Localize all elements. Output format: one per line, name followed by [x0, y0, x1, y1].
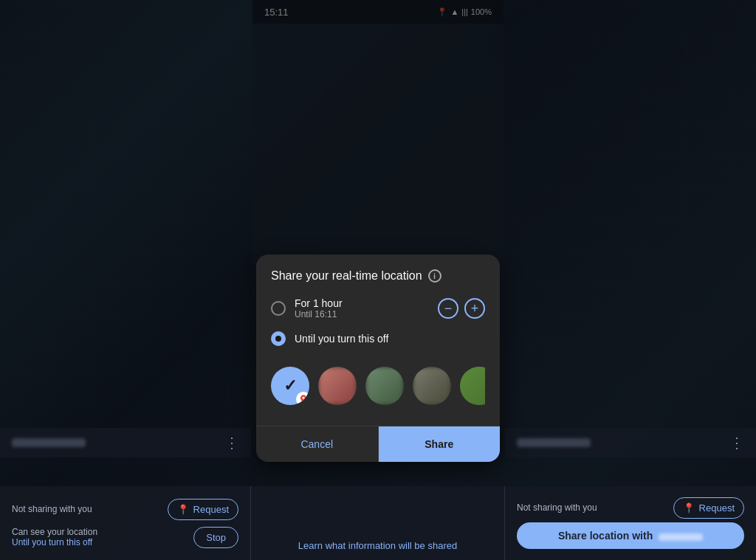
avatar-selected[interactable]: [271, 367, 309, 405]
avatar-contact-3[interactable]: [413, 367, 451, 405]
bottom-center-panel: Learn what information will be shared: [251, 486, 505, 560]
share-button[interactable]: Share: [379, 426, 501, 462]
decrement-button[interactable]: −: [438, 298, 458, 319]
option-1-label: For 1 hour Until 16:11: [295, 297, 429, 319]
can-see-section: Can see your location Until you turn thi…: [12, 527, 97, 547]
until-text: Until you turn this off: [12, 537, 97, 547]
option-1-hour[interactable]: For 1 hour Until 16:11 − +: [271, 297, 485, 319]
share-location-button[interactable]: Share location with: [517, 522, 744, 549]
increment-button[interactable]: +: [464, 298, 485, 319]
not-sharing-left: Not sharing with you: [12, 504, 92, 514]
contact-avatars: [271, 358, 485, 405]
person-row-2: Can see your location Until you turn thi…: [12, 527, 238, 548]
request-button-left[interactable]: 📍 Request: [168, 499, 238, 520]
request-button-right[interactable]: 📍 Request: [673, 497, 744, 519]
request-label-right: Request: [699, 502, 735, 514]
option-2-label: Until you turn this off: [295, 333, 485, 345]
person-row-right-1: Not sharing with you 📍 Request: [517, 497, 744, 519]
option-1-main: For 1 hour: [295, 297, 429, 309]
share-location-text: Share location with: [558, 530, 653, 542]
radio-indefinite[interactable]: [271, 331, 286, 346]
three-dots-left[interactable]: ⋮: [224, 434, 239, 452]
cancel-button[interactable]: Cancel: [256, 426, 379, 462]
share-location-dialog: Share your real-time location i For 1 ho…: [256, 255, 500, 462]
share-location-name-blur: [659, 533, 703, 541]
person-row-1: Not sharing with you 📍 Request: [12, 499, 238, 520]
location-pin-icon-right: 📍: [683, 502, 695, 514]
request-label-left: Request: [193, 504, 229, 515]
not-sharing-right: Not sharing with you: [517, 502, 597, 513]
bottom-left-panel: Not sharing with you 📍 Request Can see y…: [0, 486, 251, 560]
avatar-contact-4[interactable]: [460, 367, 485, 405]
person-row-right-2: Share location with: [517, 522, 744, 549]
three-dots-right[interactable]: ⋮: [729, 434, 744, 452]
option-1-sub: Until 16:11: [295, 309, 429, 319]
person-name-blur-right: [517, 438, 591, 447]
option-indefinite[interactable]: Until you turn this off: [271, 331, 485, 346]
location-pin-icon-left: 📍: [177, 504, 189, 515]
side-panel-left: ⋮: [0, 428, 251, 457]
stepper-controls: − +: [438, 298, 485, 319]
info-icon[interactable]: i: [428, 269, 441, 283]
dialog-title-row: Share your real-time location i: [271, 269, 485, 283]
side-panel-right: ⋮: [505, 428, 756, 457]
can-see-text: Can see your location: [12, 527, 97, 537]
avatar-contact-1[interactable]: [318, 367, 357, 405]
svg-point-0: [303, 397, 305, 399]
learn-link[interactable]: Learn what information will be shared: [298, 540, 457, 551]
person-name-blur-left: [12, 438, 86, 447]
bottom-right-panel: Not sharing with you 📍 Request Share loc…: [505, 486, 756, 560]
dialog-title-text: Share your real-time location: [271, 269, 422, 283]
stop-button[interactable]: Stop: [193, 527, 238, 548]
google-maps-badge: [296, 392, 309, 405]
avatar-contact-2[interactable]: [365, 367, 404, 405]
bottom-bar: Not sharing with you 📍 Request Can see y…: [0, 486, 756, 560]
dialog-actions: Cancel Share: [256, 426, 500, 462]
radio-1-hour[interactable]: [271, 301, 286, 316]
option-2-main: Until you turn this off: [295, 333, 485, 345]
